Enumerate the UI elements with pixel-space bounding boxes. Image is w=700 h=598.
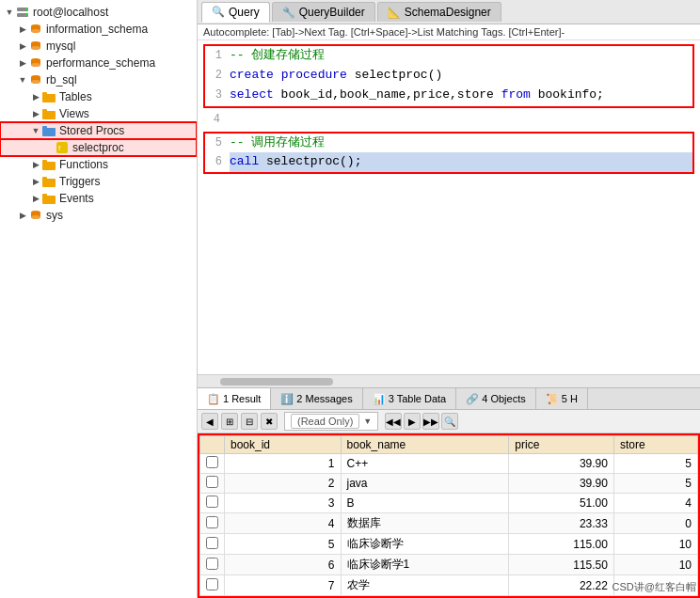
row-checkbox-0[interactable] (200, 454, 225, 474)
table-row[interactable]: 1C++39.905 (200, 454, 698, 474)
sidebar-item-root[interactable]: ▼root@localhost (0, 4, 197, 21)
checkbox-input[interactable] (206, 537, 218, 549)
row-checkbox-2[interactable] (200, 494, 225, 513)
bottom-tab-result[interactable]: 📋1 Result (198, 388, 271, 409)
sidebar-item-events[interactable]: ▶Events (0, 190, 197, 207)
sidebar-item-mysql[interactable]: ▶mysql (0, 38, 197, 55)
table-row[interactable]: 6临床诊断学1115.5010 (200, 555, 698, 575)
checkbox-input[interactable] (206, 558, 218, 570)
tab-query[interactable]: 🔍Query (201, 2, 270, 23)
code-line-3: 3select book_id,book_name,price,store fr… (205, 86, 692, 105)
cell-book-name-6: 农学 (341, 575, 509, 596)
checkbox-input[interactable] (206, 578, 218, 590)
bottom-tab-tabledata[interactable]: 📊3 Table Data (363, 388, 457, 409)
tree-toggle-triggers[interactable]: ▶ (30, 176, 41, 187)
bottom-tab-objects[interactable]: 🔗4 Objects (456, 388, 535, 409)
sidebar-item-rb_sql[interactable]: ▼rb_sql (0, 71, 197, 88)
svg-rect-21 (42, 109, 47, 113)
tree-icon-events (41, 191, 56, 206)
tree-label-views: Views (59, 107, 89, 120)
row-checkbox-1[interactable] (200, 474, 225, 494)
tree-label-information_schema: information_schema (46, 23, 148, 36)
checkbox-input[interactable] (206, 496, 218, 508)
svg-rect-35 (42, 194, 47, 197)
tree-label-performance_schema: performance_schema (46, 56, 155, 70)
tree-label-rb_sql: rb_sql (46, 73, 77, 87)
tree-toggle-performance_schema[interactable]: ▶ (17, 57, 28, 69)
tree-toggle-sys[interactable]: ▶ (17, 210, 28, 221)
query-editor[interactable]: 1-- 创建存储过程2create procedure selectproc()… (198, 40, 700, 374)
table-row[interactable]: 5临床诊断学115.0010 (200, 534, 698, 555)
h-scroll-thumb[interactable] (220, 378, 333, 386)
checkbox-input[interactable] (206, 516, 218, 528)
cell-book-id-1: 2 (225, 474, 342, 494)
toolbar-btn-8[interactable]: 🔍 (441, 413, 458, 430)
sidebar-item-information_schema[interactable]: ▶information_schema (0, 21, 197, 38)
toolbar-btn-5[interactable]: ◀◀ (385, 413, 402, 430)
checkbox-input[interactable] (206, 456, 218, 468)
dropdown-arrow-icon: ▼ (363, 417, 372, 426)
cell-book-id-0: 1 (225, 454, 342, 474)
tree-icon-views (41, 106, 56, 121)
tab-schemadesigner[interactable]: 📐SchemaDesigner (377, 2, 501, 22)
tab-querybuilder[interactable]: 🔧QueryBuilder (272, 2, 375, 22)
bottom-tab-h5[interactable]: 📜5 H (536, 388, 588, 409)
tree-label-triggers: Triggers (59, 175, 101, 188)
sidebar-item-stored_procs[interactable]: ▼Stored Procs (0, 122, 197, 139)
sidebar-item-functions[interactable]: ▶Functions (0, 156, 197, 173)
tree-toggle-rb_sql[interactable]: ▼ (17, 74, 28, 86)
line-content-2: create procedure selectproc() (230, 66, 692, 86)
tree-toggle-root[interactable]: ▼ (4, 7, 15, 18)
bottom-tab-icon-result: 📋 (207, 393, 220, 405)
tree-icon-sys (28, 208, 43, 223)
toolbar-btn-1[interactable]: ◀ (201, 413, 218, 430)
toolbar-btn-4[interactable]: ✖ (261, 413, 278, 430)
line-content-1: -- 创建存储过程 (230, 46, 692, 66)
bottom-tab-messages[interactable]: ℹ️2 Messages (271, 388, 362, 409)
tree-label-functions: Functions (59, 158, 108, 171)
sidebar: ▼root@localhost▶information_schema▶mysql… (0, 0, 198, 598)
sidebar-item-tables[interactable]: ▶Tables (0, 88, 197, 105)
bottom-tab-icon-messages: ℹ️ (280, 393, 294, 405)
sidebar-item-views[interactable]: ▶Views (0, 105, 197, 122)
results-table: book_idbook_namepricestore1C++39.9052jav… (199, 435, 698, 596)
line-content-6: call selectproc(); (230, 152, 692, 172)
tree-toggle-functions[interactable]: ▶ (30, 159, 41, 170)
row-checkbox-3[interactable] (200, 513, 225, 534)
row-checkbox-6[interactable] (200, 575, 225, 596)
toolbar-btn-7[interactable]: ▶▶ (422, 413, 439, 430)
sidebar-item-performance_schema[interactable]: ▶performance_schema (0, 55, 197, 71)
tab-icon-querybuilder: 🔧 (282, 7, 295, 19)
code-line-1: 1-- 创建存储过程 (205, 46, 692, 66)
cell-price-0: 39.90 (509, 454, 614, 474)
tree-toggle-stored_procs[interactable]: ▼ (30, 125, 41, 136)
toolbar-btn-6[interactable]: ▶ (404, 413, 421, 430)
row-checkbox-5[interactable] (200, 555, 225, 575)
tree-toggle-events[interactable]: ▶ (30, 193, 41, 204)
h-scrollbar[interactable] (198, 374, 700, 387)
tree-toggle-information_schema[interactable]: ▶ (17, 24, 28, 35)
table-row[interactable]: 3B51.004 (200, 494, 698, 513)
row-checkbox-4[interactable] (200, 534, 225, 555)
sidebar-item-sys[interactable]: ▶sys (0, 207, 197, 224)
col-header-store: store (613, 436, 697, 454)
svg-rect-29 (42, 160, 47, 164)
checkbox-input[interactable] (206, 476, 218, 488)
tree-toggle-views[interactable]: ▶ (30, 108, 41, 119)
cell-store-5: 10 (613, 555, 697, 575)
tab-label-schemadesigner: SchemaDesigner (405, 6, 491, 19)
bottom-tab-icon-tabledata: 📊 (373, 393, 386, 405)
tree-toggle-selectproc[interactable] (43, 142, 55, 153)
tree-toggle-tables[interactable]: ▶ (30, 91, 41, 102)
table-row[interactable]: 4数据库23.330 (200, 513, 698, 534)
svg-rect-18 (42, 92, 47, 96)
tree-toggle-mysql[interactable]: ▶ (17, 40, 28, 52)
table-row[interactable]: 2java39.905 (200, 474, 698, 494)
toolbar-btn-3[interactable]: ⊟ (241, 413, 258, 430)
cell-book-id-2: 3 (225, 494, 342, 513)
readonly-dropdown[interactable]: (Read Only) ▼ (284, 412, 378, 431)
sidebar-item-selectproc[interactable]: fselectproc (0, 139, 197, 156)
toolbar-btn-2[interactable]: ⊞ (221, 413, 238, 430)
sidebar-item-triggers[interactable]: ▶Triggers (0, 173, 197, 190)
tab-icon-query: 🔍 (212, 6, 225, 18)
